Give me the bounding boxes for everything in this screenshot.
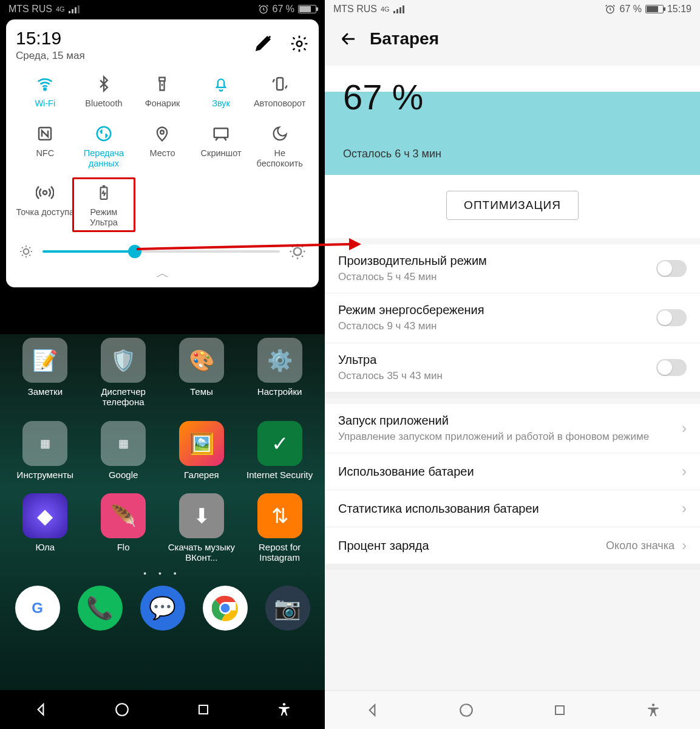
svg-point-23 xyxy=(651,703,654,706)
svg-point-5 xyxy=(117,703,129,716)
signal-icon xyxy=(69,5,80,13)
chevron-right-icon: › xyxy=(682,500,687,517)
qs-tile-label: Точка доступа xyxy=(16,207,75,218)
dock-camera[interactable]: 📷 xyxy=(265,586,310,631)
nav-home-icon[interactable] xyxy=(458,702,474,718)
nav-accessibility-icon[interactable] xyxy=(645,702,661,718)
qs-tile-label: Скриншот xyxy=(192,148,251,159)
battery-percent: 67 % xyxy=(343,77,423,117)
page-indicator: • • • xyxy=(0,569,325,578)
app-internet-security[interactable]: ✓Internet Security xyxy=(240,421,319,480)
svg-point-16 xyxy=(43,191,47,194)
nav-accessibility-icon[interactable] xyxy=(276,702,292,717)
back-icon[interactable] xyxy=(339,30,358,48)
wifi-icon xyxy=(16,73,75,95)
dock-gpay[interactable]: G xyxy=(15,586,60,631)
qs-tile-label: Не беспокоить xyxy=(250,148,309,168)
qs-tile-flashlight[interactable]: Фонарик xyxy=(133,73,192,109)
dock: G 📞 💬 📷 xyxy=(0,582,325,634)
status-bar-right: MTS RUS 4G 67 % 15:19 xyxy=(325,0,700,18)
nav-recent-icon[interactable] xyxy=(196,702,211,717)
qs-tile-location[interactable]: Место xyxy=(133,123,192,168)
qs-tile-wifi[interactable]: Wi-Fi xyxy=(16,73,75,109)
mode-ultra[interactable]: УльтраОсталось 35 ч 43 мин xyxy=(325,343,700,392)
rotate-icon xyxy=(250,73,309,95)
qs-tile-label: Передача данных xyxy=(75,148,134,168)
battery-settings-list: Запуск приложенийУправление запуском при… xyxy=(325,404,700,564)
svg-point-19 xyxy=(294,247,302,255)
mode-performance[interactable]: Производительный режимОсталось 5 ч 45 ми… xyxy=(325,244,700,293)
svg-point-18 xyxy=(24,248,29,254)
app-folder-google[interactable]: ▦Google xyxy=(84,421,163,480)
item-charge-percent[interactable]: Процент заряда Около значка › xyxy=(325,527,700,564)
app-gallery[interactable]: 🖼️Галерея xyxy=(163,421,241,480)
brightness-low-icon xyxy=(18,244,34,259)
svg-rect-11 xyxy=(277,78,283,90)
status-bar-left: MTS RUS 4G 67 % xyxy=(0,0,325,18)
optimize-button[interactable]: ОПТИМИЗАЦИЯ xyxy=(446,191,579,220)
app-settings[interactable]: ⚙️Настройки xyxy=(240,338,319,408)
chevron-right-icon: › xyxy=(682,463,687,480)
network-type: 4G xyxy=(381,5,390,13)
svg-point-21 xyxy=(460,704,472,716)
edit-icon[interactable] xyxy=(254,34,273,53)
qs-tile-label: NFC xyxy=(16,148,75,159)
dock-phone[interactable]: 📞 xyxy=(78,586,123,631)
bluetooth-icon xyxy=(75,73,134,95)
dock-chrome[interactable] xyxy=(203,586,248,631)
clock-label: 15:19 xyxy=(667,4,692,15)
app-youla[interactable]: ◆Юла xyxy=(6,493,84,563)
app-phone-manager[interactable]: 🛡️Диспетчер телефона xyxy=(84,338,163,408)
screenshot-icon xyxy=(192,123,251,145)
navbar-left xyxy=(0,690,325,729)
app-notes[interactable]: 📝Заметки xyxy=(6,338,84,408)
location-icon xyxy=(133,123,192,145)
collapse-handle-icon[interactable]: ︿ xyxy=(16,264,309,282)
svg-point-3 xyxy=(221,604,229,612)
app-folder-tools[interactable]: ▦Инструменты xyxy=(6,421,84,480)
qs-tile-nfc[interactable]: NFC xyxy=(16,123,75,168)
item-app-launch[interactable]: Запуск приложенийУправление запуском при… xyxy=(325,404,700,453)
battery-icon xyxy=(298,5,316,13)
toggle-switch[interactable] xyxy=(656,309,687,326)
power-modes-list: Производительный режимОсталось 5 ч 45 ми… xyxy=(325,244,700,392)
item-battery-stats[interactable]: Статистика использования батареи › xyxy=(325,490,700,527)
gear-icon[interactable] xyxy=(290,34,309,53)
qs-tile-hotspot[interactable]: Точка доступа xyxy=(16,182,75,227)
dock-messages[interactable]: 💬 xyxy=(140,586,185,631)
qs-tile-ultra[interactable]: Режим Ультра xyxy=(75,182,134,227)
nav-back-icon[interactable] xyxy=(33,702,49,717)
bell-icon xyxy=(192,73,251,95)
page-title: Батарея xyxy=(370,29,439,49)
toggle-switch[interactable] xyxy=(656,359,687,376)
nav-back-icon[interactable] xyxy=(364,702,380,718)
qs-tile-moon[interactable]: Не беспокоить xyxy=(250,123,309,168)
brightness-high-icon xyxy=(288,242,307,261)
qs-tile-rotate[interactable]: Автоповорот xyxy=(250,73,309,109)
qs-tile-bell[interactable]: Звук xyxy=(192,73,251,109)
app-repost-instagram[interactable]: ⇅Repost for Instagram xyxy=(240,493,319,563)
mode-power-saving[interactable]: Режим энергосбереженияОсталось 9 ч 43 ми… xyxy=(325,293,700,343)
item-battery-usage[interactable]: Использование батареи › xyxy=(325,453,700,490)
chevron-right-icon: › xyxy=(682,420,687,437)
brightness-slider[interactable] xyxy=(42,245,280,258)
app-themes[interactable]: 🎨Темы xyxy=(163,338,241,408)
battery-card: 67 % Осталось 6 ч 3 мин ОПТИМИЗАЦИЯ xyxy=(325,66,700,238)
item-value: Около значка xyxy=(606,539,675,552)
nav-recent-icon[interactable] xyxy=(552,703,567,717)
qs-tile-data[interactable]: Передача данных xyxy=(75,123,134,168)
nav-home-icon[interactable] xyxy=(114,702,130,717)
svg-rect-10 xyxy=(160,78,165,81)
nfc-icon xyxy=(16,123,75,145)
quick-settings-panel: 15:19 Среда, 15 мая Wi-Fi Bluetooth Фона… xyxy=(6,19,319,287)
moon-icon xyxy=(250,123,309,145)
qs-tile-label: Автоповорот xyxy=(250,98,309,109)
svg-rect-15 xyxy=(214,128,228,137)
qs-tile-label: Звук xyxy=(192,98,251,109)
svg-point-9 xyxy=(44,88,47,91)
app-flo[interactable]: 🪶Flo xyxy=(84,493,163,563)
qs-tile-bluetooth[interactable]: Bluetooth xyxy=(75,73,134,109)
qs-tile-screenshot[interactable]: Скриншот xyxy=(192,123,251,168)
toggle-switch[interactable] xyxy=(656,260,687,277)
app-vk-music[interactable]: ⬇Скачать музыку ВКонт... xyxy=(163,493,241,563)
